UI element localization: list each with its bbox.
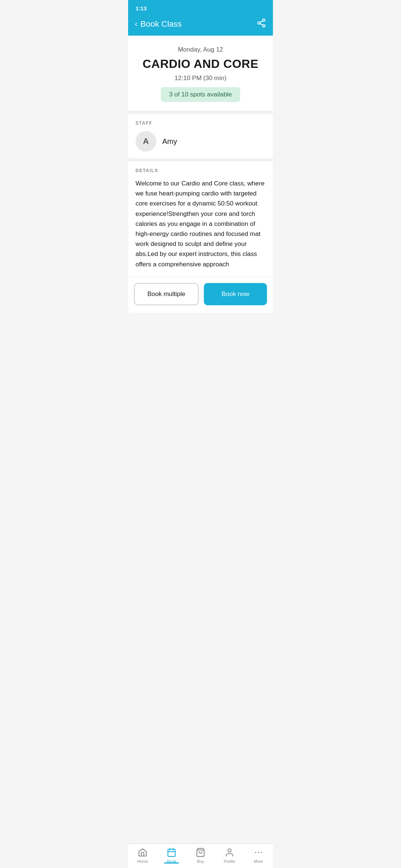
details-section: DETAILS Welcome to our Cardio and Core c…	[128, 161, 273, 277]
staff-section-label: STAFF	[136, 121, 265, 126]
class-info-section: Monday, Aug 12 CARDIO AND CORE 12:10 PM …	[128, 36, 273, 111]
staff-avatar-letter: A	[143, 137, 149, 146]
staff-row: A Amy	[136, 131, 265, 152]
svg-line-3	[260, 24, 263, 25]
header-title: Book Class	[140, 19, 182, 29]
status-bar: 1:13	[128, 0, 273, 14]
staff-avatar: A	[136, 131, 156, 152]
content-wrapper: Monday, Aug 12 CARDIO AND CORE 12:10 PM …	[128, 36, 273, 342]
staff-section: STAFF A Amy	[128, 114, 273, 158]
back-button[interactable]: ‹ Book Class	[135, 19, 182, 29]
book-buttons-container: Book multiple Book now	[128, 277, 273, 313]
book-now-button[interactable]: Book now	[204, 283, 267, 305]
spots-available-badge: 3 of 10 spots available	[161, 87, 240, 102]
details-section-label: DETAILS	[136, 168, 265, 173]
staff-name: Amy	[162, 137, 177, 146]
status-time: 1:13	[136, 5, 147, 11]
book-multiple-button[interactable]: Book multiple	[134, 283, 199, 305]
header: ‹ Book Class	[128, 14, 273, 36]
section-divider	[128, 111, 273, 114]
share-icon[interactable]	[257, 18, 266, 30]
details-text: Welcome to our Cardio and Core class, wh…	[136, 178, 265, 269]
svg-line-4	[260, 21, 263, 22]
back-icon: ‹	[135, 19, 137, 29]
section-divider-2	[128, 158, 273, 161]
class-time: 12:10 PM (30 min)	[136, 75, 265, 82]
class-date: Monday, Aug 12	[136, 46, 265, 53]
class-name: CARDIO AND CORE	[136, 57, 265, 71]
